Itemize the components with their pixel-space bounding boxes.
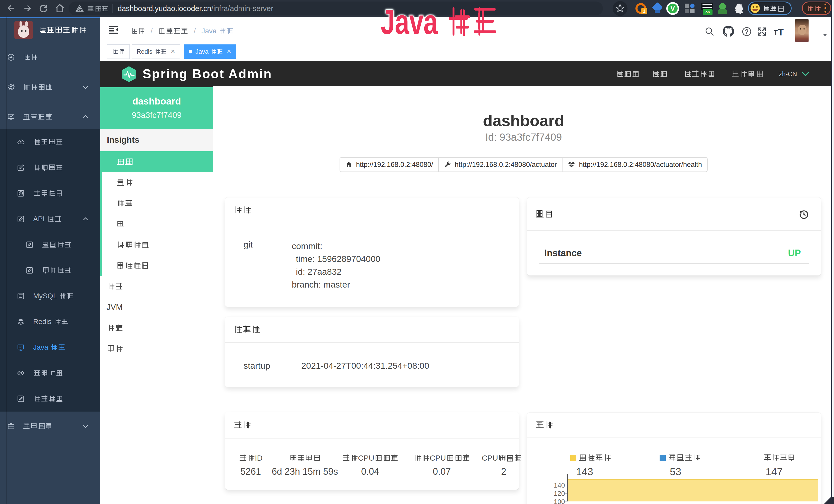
svg-text:T: T bbox=[778, 27, 784, 37]
svg-text:T: T bbox=[774, 29, 778, 37]
